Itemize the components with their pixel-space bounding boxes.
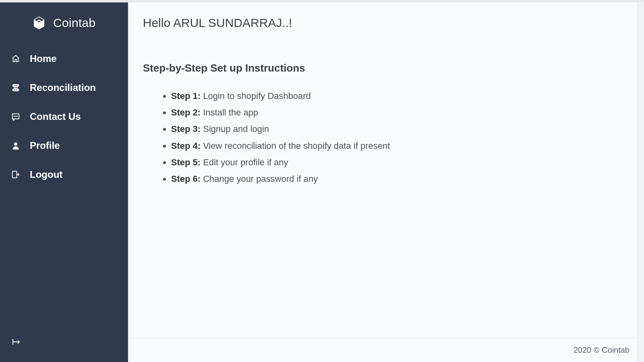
step-label: Step 4: [171, 141, 200, 151]
sidebar-footer [0, 337, 128, 362]
main: Hello ARUL SUNDARRAJ..! Step-by-Step Set… [128, 0, 644, 362]
collapse-sidebar-button[interactable] [11, 337, 21, 348]
section-title: Step-by-Step Set up Instructions [143, 62, 630, 74]
footer: 2020 © Cointab [128, 338, 644, 362]
brand-name: Cointab [53, 16, 96, 30]
sidebar-item-label: Reconciliation [30, 82, 96, 93]
sidebar-item-label: Home [30, 53, 57, 64]
list-item: Step 3: Signup and login [171, 122, 630, 136]
list-item: Step 5: Edit your profile if any [171, 155, 630, 169]
command-icon [11, 83, 20, 92]
step-text: View reconciliation of the shopify data … [200, 141, 390, 151]
home-icon [11, 54, 20, 63]
sidebar-nav: Home Reconciliation Contact Us [0, 42, 128, 189]
sidebar-item-label: Logout [30, 169, 62, 180]
steps-list: Step 1: Login to shopify Dashboard Step … [143, 89, 630, 186]
footer-text: 2020 © Cointab [574, 346, 630, 354]
scrollbar-gutter[interactable] [637, 2, 644, 362]
step-label: Step 6: [171, 174, 200, 184]
sidebar-item-logout[interactable]: Logout [0, 160, 128, 189]
user-icon [11, 141, 20, 150]
svg-point-10 [15, 116, 16, 117]
step-label: Step 1: [171, 91, 200, 101]
logout-icon [11, 170, 20, 179]
svg-rect-13 [12, 171, 17, 178]
list-item: Step 1: Login to shopify Dashboard [171, 89, 630, 103]
sidebar-item-profile[interactable]: Profile [0, 131, 128, 160]
content: Hello ARUL SUNDARRAJ..! Step-by-Step Set… [128, 0, 644, 338]
step-text: Change your password if any [200, 174, 318, 184]
sidebar: Cointab Home Reconciliation [0, 0, 128, 362]
step-label: Step 2: [171, 107, 200, 117]
greeting: Hello ARUL SUNDARRAJ..! [143, 16, 630, 30]
step-text: Login to shopify Dashboard [200, 91, 311, 101]
sidebar-item-home[interactable]: Home [0, 44, 128, 73]
list-item: Step 6: Change your password if any [171, 172, 630, 186]
svg-point-11 [17, 116, 17, 117]
step-text: Edit your profile if any [200, 157, 288, 167]
brand-logo-icon [32, 16, 46, 30]
chat-icon [11, 112, 20, 121]
window-top-strip [0, 0, 644, 2]
step-label: Step 5: [171, 157, 200, 167]
brand[interactable]: Cointab [0, 2, 128, 42]
list-item: Step 2: Install the app [171, 105, 630, 119]
step-text: Install the app [200, 107, 258, 117]
sidebar-item-reconciliation[interactable]: Reconciliation [0, 73, 128, 102]
step-text: Signup and login [200, 124, 269, 134]
sidebar-item-label: Profile [30, 140, 60, 151]
step-label: Step 3: [171, 124, 200, 134]
list-item: Step 4: View reconciliation of the shopi… [171, 139, 630, 153]
sidebar-item-contact-us[interactable]: Contact Us [0, 102, 128, 131]
svg-point-9 [14, 116, 14, 117]
svg-point-12 [14, 143, 17, 146]
collapse-icon [11, 341, 21, 348]
sidebar-item-label: Contact Us [30, 111, 81, 122]
